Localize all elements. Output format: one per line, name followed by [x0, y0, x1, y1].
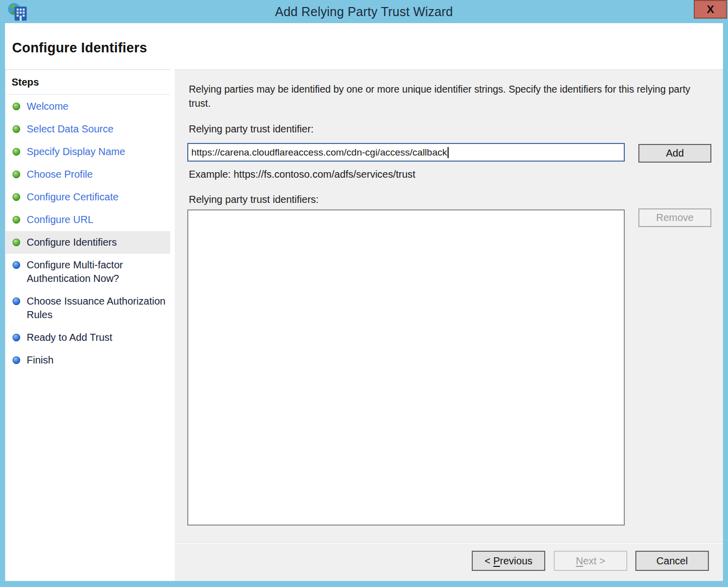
step-label: Specify Display Name	[27, 145, 125, 159]
previous-button-rest: revious	[500, 555, 532, 566]
step-upcoming-bullet-icon	[13, 261, 20, 269]
add-button[interactable]: Add	[638, 144, 711, 163]
identifiers-list-label: Relying party trust identifiers:	[189, 194, 319, 205]
step-upcoming-bullet-icon	[13, 356, 20, 364]
previous-button[interactable]: < Previous	[472, 551, 545, 571]
steps-heading: Steps	[6, 70, 170, 95]
next-button-accesskey: N	[576, 555, 583, 566]
text-caret	[448, 147, 449, 158]
steps-list: Welcome Select Data Source Specify Displ…	[6, 95, 170, 372]
step-label: Choose Profile	[27, 168, 93, 181]
title-bar: Add Relying Party Trust Wizard X	[0, 0, 728, 23]
intro-text: Relying parties may be identified by one…	[189, 82, 708, 110]
step-label: Finish	[27, 353, 53, 367]
close-button[interactable]: X	[694, 0, 727, 19]
window-border-right	[723, 23, 728, 581]
sidebar-item-welcome[interactable]: Welcome	[6, 95, 170, 118]
step-label: Configure Certificate	[27, 190, 118, 204]
step-label: Ready to Add Trust	[27, 331, 112, 344]
sidebar-item-finish[interactable]: Finish	[6, 349, 170, 372]
next-button-suffix: >	[597, 555, 605, 566]
example-text: Example: https://fs.contoso.com/adfs/ser…	[189, 169, 415, 180]
step-label: Configure Identifiers	[27, 236, 117, 249]
step-done-bullet-icon	[13, 216, 20, 224]
step-done-bullet-icon	[13, 171, 20, 178]
step-label: Configure URL	[27, 213, 93, 227]
step-done-bullet-icon	[13, 148, 20, 156]
step-label: Choose Issuance Authorization Rules	[27, 295, 166, 322]
window-border-left	[0, 23, 5, 581]
previous-button-prefix: <	[484, 555, 493, 566]
main-panel: Relying parties may be identified by one…	[175, 69, 723, 581]
sidebar-item-configure-certificate[interactable]: Configure Certificate	[6, 186, 170, 208]
heading-band: Configure Identifiers	[5, 23, 723, 68]
sidebar-item-choose-issuance-rules[interactable]: Choose Issuance Authorization Rules	[6, 290, 170, 326]
identifier-input[interactable]: https://carena.cloudflareaccess.com/cdn-…	[187, 143, 625, 162]
sidebar-item-configure-url[interactable]: Configure URL	[6, 208, 170, 231]
step-upcoming-bullet-icon	[13, 298, 20, 305]
window-title: Add Relying Party Trust Wizard	[0, 0, 728, 23]
identifier-field-label: Relying party trust identifier:	[189, 123, 314, 135]
footer-divider	[175, 542, 723, 544]
sidebar-item-configure-multifactor[interactable]: Configure Multi-factor Authentication No…	[6, 254, 170, 290]
sidebar-item-choose-profile[interactable]: Choose Profile	[6, 163, 170, 186]
next-button-rest: ext	[583, 555, 597, 566]
next-button[interactable]: Next >	[554, 551, 627, 571]
identifiers-listbox[interactable]	[187, 209, 625, 526]
step-done-bullet-icon	[13, 125, 20, 133]
step-current-bullet-icon	[13, 239, 20, 246]
sidebar-item-configure-identifiers[interactable]: Configure Identifiers	[6, 231, 170, 254]
sidebar-item-specify-display-name[interactable]: Specify Display Name	[6, 140, 170, 163]
cancel-button[interactable]: Cancel	[635, 551, 709, 571]
step-done-bullet-icon	[13, 103, 20, 110]
page-title: Configure Identifiers	[12, 40, 147, 56]
remove-button[interactable]: Remove	[638, 208, 711, 227]
wizard-window: Add Relying Party Trust Wizard X Configu…	[0, 0, 728, 587]
previous-button-accesskey: P	[493, 555, 500, 566]
step-label: Welcome	[27, 100, 68, 113]
step-done-bullet-icon	[13, 193, 20, 201]
sidebar-item-ready-to-add-trust[interactable]: Ready to Add Trust	[6, 326, 170, 349]
identifier-input-value: https://carena.cloudflareaccess.com/cdn-…	[191, 147, 447, 158]
step-label: Configure Multi-factor Authentication No…	[27, 258, 166, 285]
sidebar-item-select-data-source[interactable]: Select Data Source	[6, 118, 170, 140]
steps-sidebar: Steps Welcome Select Data Source Specify…	[5, 69, 170, 581]
step-label: Select Data Source	[27, 122, 113, 136]
step-upcoming-bullet-icon	[13, 334, 20, 341]
window-border-bottom	[0, 581, 728, 587]
